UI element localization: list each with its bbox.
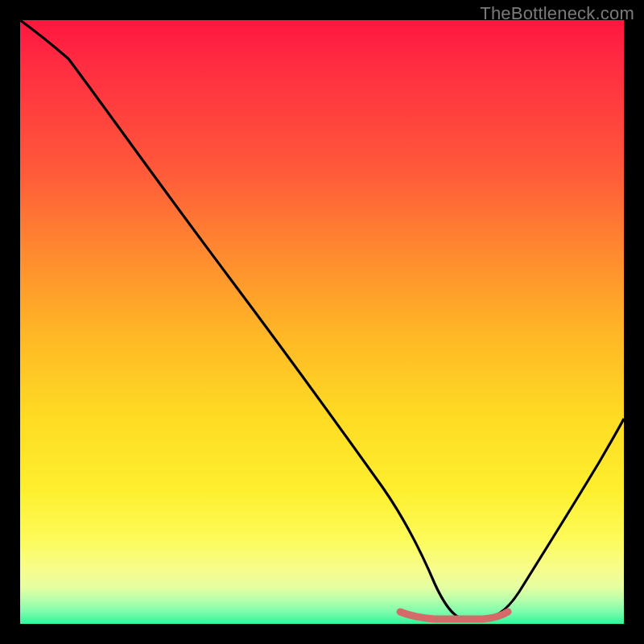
chart-frame: TheBottleneck.com	[0, 0, 644, 644]
watermark-text: TheBottleneck.com	[480, 3, 634, 24]
plot-area	[20, 20, 624, 624]
curve-path	[20, 20, 624, 617]
bottleneck-curve	[20, 20, 624, 624]
